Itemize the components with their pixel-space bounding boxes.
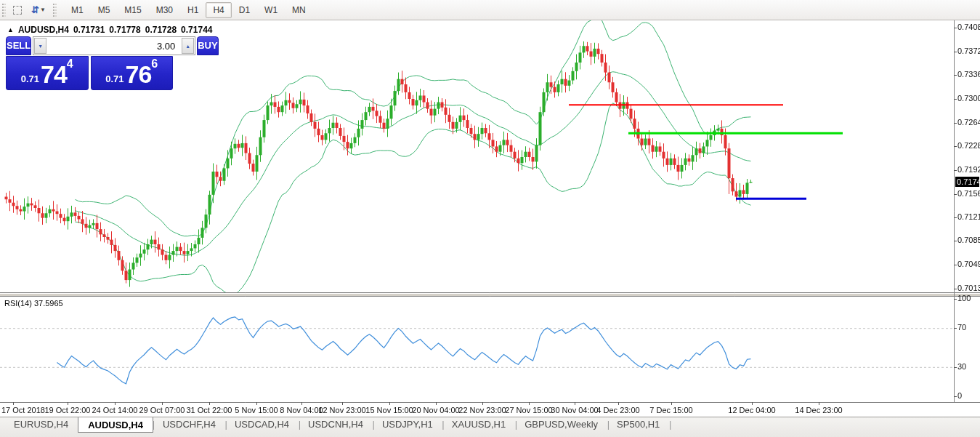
price-axis-label: 0.73000 <box>957 94 980 103</box>
bid-price-tile[interactable]: 0.71 74 4 <box>6 56 89 90</box>
chart-symbol-period: AUDUSD,H4 <box>18 25 69 35</box>
ohlc-high: 0.71778 <box>109 25 140 35</box>
price-axis-label: 0.71920 <box>957 165 980 174</box>
tab-xauusd-h1[interactable]: XAUUSD,H1 <box>442 417 515 433</box>
volume-increase-button[interactable]: ▲ <box>182 38 194 54</box>
tab-sp500-h1[interactable]: SP500,H1 <box>607 417 669 433</box>
time-axis-label: 27 Nov 15:00 <box>505 406 552 414</box>
time-axis-label: 24 Oct 14:00 <box>92 406 138 414</box>
time-axis-label: 29 Oct 07:00 <box>139 406 185 414</box>
time-axis-label: 31 Oct 22:00 <box>187 406 232 414</box>
ask-price-big: 76 <box>126 62 152 87</box>
time-axis-label: 5 Nov 15:00 <box>235 406 278 414</box>
price-axis-label: 0.71210 <box>957 212 980 221</box>
rsi-axis-label: 0 <box>957 391 962 400</box>
one-click-trading-panel: SELL ▼ ▲ BUY 0.71 74 4 0.71 76 6 <box>6 36 173 90</box>
mt4-window: ⇵ ▼ M1M5M15M30H1H4D1W1MN ▲ AUDUSD,H4 0.7… <box>0 0 980 437</box>
timeframe-button-h1[interactable]: H1 <box>180 2 206 18</box>
toolbar-grip-handle[interactable] <box>2 4 6 17</box>
dashed-rect-icon <box>13 6 22 15</box>
collapse-panel-icon[interactable]: ▲ <box>7 26 14 33</box>
time-axis-label: 14 Dec 23:00 <box>795 406 842 414</box>
chart-shift-icon[interactable] <box>9 3 25 17</box>
price-axis-label: 0.70850 <box>957 236 980 244</box>
tab-usdchf-h4[interactable]: USDCHF,H4 <box>153 417 225 433</box>
timeframe-button-m1[interactable]: M1 <box>64 2 91 18</box>
timeframe-button-mn[interactable]: MN <box>285 2 313 18</box>
ohlc-low: 0.71728 <box>145 25 177 35</box>
bid-price-prefix: 0.71 <box>21 72 39 87</box>
price-axis-label: 0.70490 <box>957 260 980 268</box>
timeframe-button-h4[interactable]: H4 <box>206 2 231 18</box>
time-axis-label: 20 Nov 04:00 <box>412 406 459 414</box>
ask-price-prefix: 0.71 <box>105 72 123 87</box>
time-axis-label: 17 Oct 2018 <box>1 406 45 414</box>
tab-eurusd-h4[interactable]: EURUSD,H4 <box>4 417 78 433</box>
rsi-axis-label: 30 <box>957 362 966 371</box>
current-price-tag: 0.71744 <box>955 177 979 187</box>
time-axis-label: 12 Dec 04:00 <box>728 406 775 414</box>
volume-decrease-button[interactable]: ▼ <box>34 38 46 54</box>
time-axis-label: 30 Nov 04:00 <box>551 406 598 414</box>
price-axis-label: 0.73360 <box>957 70 980 79</box>
time-axis-label: 19 Oct 22:00 <box>45 406 91 414</box>
time-axis-label: 15 Nov 15:00 <box>365 406 413 414</box>
volume-input[interactable] <box>47 37 181 55</box>
timeframe-button-m5[interactable]: M5 <box>91 2 118 18</box>
objects-tool-button[interactable]: ⇵ ▼ <box>27 3 50 17</box>
bid-price-big: 74 <box>41 62 67 87</box>
timeframe-button-m15[interactable]: M15 <box>117 2 148 18</box>
tab-usdcnh-h4[interactable]: USDCNH,H4 <box>299 417 373 433</box>
sell-button[interactable]: SELL <box>6 36 31 55</box>
tab-usdjpy-h1[interactable]: USDJPY,H1 <box>373 417 442 433</box>
chart-title: ▲ AUDUSD,H4 0.71731 0.71778 0.71728 0.71… <box>7 25 213 35</box>
arrows-icon: ⇵ <box>31 4 39 15</box>
dropdown-caret-icon: ▼ <box>40 7 46 13</box>
time-axis-label: 8 Nov 04:00 <box>280 406 323 414</box>
ask-price-pip: 6 <box>151 58 158 70</box>
tab-gbpusd-weekly[interactable]: GBPUSD,Weekly <box>515 417 607 433</box>
time-axis-label: 12 Nov 23:00 <box>318 406 365 414</box>
price-axis-label: 0.74080 <box>957 23 980 31</box>
buy-button[interactable]: BUY <box>197 36 218 55</box>
rsi-axis-label: 70 <box>957 323 966 332</box>
time-axis-label: 7 Dec 15:00 <box>649 406 692 414</box>
chart-tab-bar: EURUSD,H4AUDUSD,H4USDCHF,H4USDCAD,H4USDC… <box>0 417 980 437</box>
timeframe-toolbar: ⇵ ▼ M1M5M15M30H1H4D1W1MN <box>0 0 980 20</box>
timeframe-button-group: M1M5M15M30H1H4D1W1MN <box>64 2 313 18</box>
ohlc-open: 0.71731 <box>73 25 105 35</box>
timeframe-button-d1[interactable]: D1 <box>232 2 257 18</box>
tab-audusd-h4[interactable]: AUDUSD,H4 <box>78 417 153 433</box>
toolbar-grip-handle-2[interactable] <box>53 4 57 17</box>
timeframe-button-m30[interactable]: M30 <box>149 2 180 18</box>
time-axis-label: 22 Nov 23:00 <box>458 406 506 414</box>
chart-window: ▲ AUDUSD,H4 0.71731 0.71778 0.71728 0.71… <box>0 20 980 417</box>
volume-control: ▼ ▲ <box>33 36 195 55</box>
time-axis-label: 4 Dec 23:00 <box>596 406 639 414</box>
price-axis-label: 0.71560 <box>957 189 980 198</box>
rsi-axis-label: 100 <box>957 294 971 302</box>
price-axis-label: 0.72640 <box>957 118 980 127</box>
tab-usdcad-h4[interactable]: USDCAD,H4 <box>225 417 299 433</box>
price-axis-label: 0.72280 <box>957 141 980 150</box>
ask-price-tile[interactable]: 0.71 76 6 <box>91 56 174 90</box>
price-axis-label: 0.70130 <box>957 284 980 292</box>
bid-price-pip: 4 <box>67 58 73 70</box>
ohlc-close: 0.71744 <box>181 25 212 35</box>
timeframe-button-w1[interactable]: W1 <box>257 2 285 18</box>
price-axis-label: 0.73720 <box>957 47 980 55</box>
rsi-indicator-label: RSI(14) 37.5965 <box>4 299 63 308</box>
